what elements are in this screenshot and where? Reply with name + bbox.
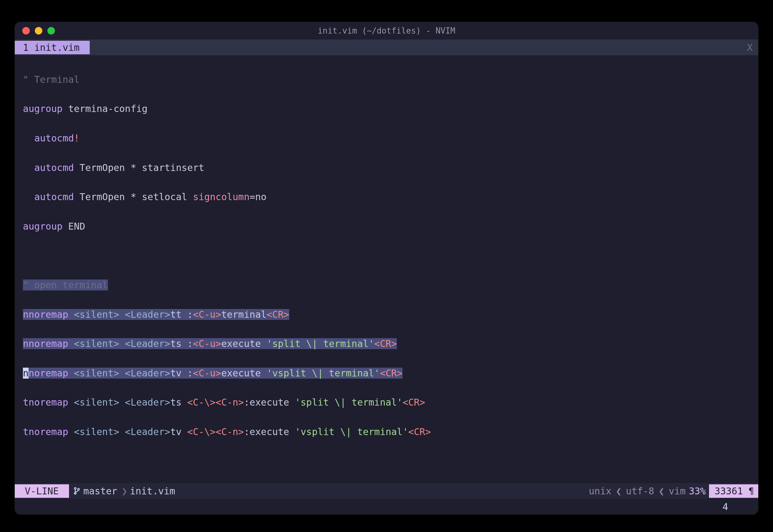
blank-line — [23, 454, 758, 469]
pilcrow-icon: ¶ — [749, 486, 754, 496]
scroll-percent: 33% — [686, 486, 709, 497]
branch-name: master — [83, 486, 117, 497]
command-line[interactable]: 4 — [15, 499, 758, 514]
code-line: augroup termina-config — [23, 102, 758, 116]
svg-point-0 — [74, 487, 76, 489]
code-line: tnoremap <silent> <Leader>ts <C-\><C-n>:… — [23, 395, 758, 410]
code-line: autocmd TermOpen * setlocal signcolumn=n… — [23, 190, 758, 205]
file-format: unix — [589, 486, 611, 497]
statusline-right: unix ❮ utf-8 ❮ vim — [589, 486, 686, 497]
window-title: init.vim (~/dotfiles) - NVIM — [15, 26, 758, 35]
code-line-selected: nnoremap <silent> <Leader>tt :<C-u>termi… — [23, 307, 758, 322]
terminal-window: init.vim (~/dotfiles) - NVIM 1 init.vim … — [15, 22, 758, 514]
statusline: V-LINE master ❯ init.vim unix ❮ utf-8 ❮ … — [15, 483, 758, 499]
code-line: autocmd! — [23, 131, 758, 146]
code-line-selected: " open terminal — [23, 278, 758, 293]
code-line: autocmd TermOpen * startinsert — [23, 161, 758, 175]
file-encoding: utf-8 — [626, 486, 654, 497]
blank-line — [23, 248, 758, 263]
editor-viewport[interactable]: " Terminal augroup termina-config autocm… — [15, 55, 758, 483]
cursor-position: 33361 ¶ — [709, 484, 758, 498]
git-branch-icon — [73, 487, 80, 495]
titlebar: init.vim (~/dotfiles) - NVIM — [15, 22, 758, 40]
separator-icon: ❮ — [616, 486, 621, 497]
cursor: n — [23, 368, 29, 379]
separator-icon: ❮ — [658, 486, 664, 497]
git-branch: master — [69, 486, 119, 497]
tab-init-vim[interactable]: 1 init.vim — [15, 41, 90, 54]
file-type: vim — [669, 486, 685, 497]
mode-indicator: V-LINE — [15, 484, 69, 498]
svg-point-2 — [77, 488, 79, 490]
code-line: tnoremap <silent> <Leader>tv <C-\><C-n>:… — [23, 425, 758, 439]
code-line-selected: nnoremap <silent> <Leader>ts :<C-u>execu… — [23, 337, 758, 351]
code-line: augroup END — [23, 219, 758, 234]
code-line: " Terminal — [23, 72, 758, 87]
tab-bar: 1 init.vim X — [15, 40, 758, 55]
visual-line-count: 4 — [722, 501, 728, 512]
tab-close-icon[interactable]: X — [747, 42, 753, 53]
file-name: init.vim — [130, 486, 175, 497]
separator-icon: ❯ — [119, 486, 130, 497]
code-line-selected: nnoremap <silent> <Leader>tv :<C-u>execu… — [23, 366, 758, 381]
